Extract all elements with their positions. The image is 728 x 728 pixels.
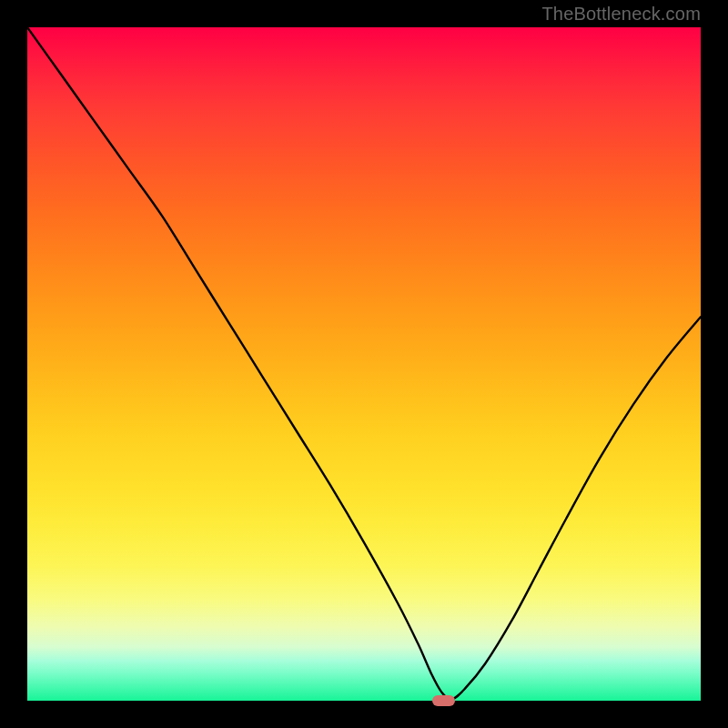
bottleneck-curve bbox=[27, 27, 701, 701]
chart-frame: TheBottleneck.com bbox=[0, 0, 728, 728]
plot-area bbox=[27, 27, 701, 701]
optimal-marker bbox=[432, 695, 454, 706]
watermark-text: TheBottleneck.com bbox=[541, 4, 701, 25]
